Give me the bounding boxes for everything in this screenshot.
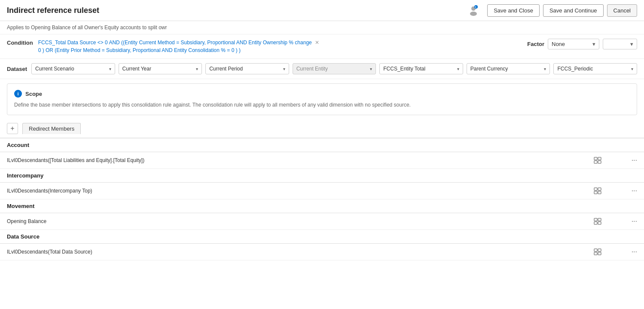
svg-rect-10 bbox=[594, 191, 597, 194]
intercompany-header-label: Intercompany bbox=[0, 169, 575, 183]
dataset-row: Dataset Current Scenario ▾ Current Year … bbox=[0, 59, 644, 79]
svg-text:+: + bbox=[475, 6, 476, 9]
condition-row: Condition FCCS_Total Data Source <> 0 AN… bbox=[0, 34, 644, 59]
factor-dropdown2-chevron: ▾ bbox=[630, 41, 633, 47]
account-value: ILvl0Descendants([Total Liabilities and … bbox=[0, 152, 575, 169]
intercompany-grid-icon bbox=[593, 186, 603, 196]
factor-label: Factor bbox=[527, 41, 544, 47]
datasource-grid-icon bbox=[593, 247, 603, 257]
redirect-section: + Redirect Members bbox=[0, 119, 644, 138]
scope-info-icon: i bbox=[14, 90, 22, 98]
dataset-select-year[interactable]: Current Year ▾ bbox=[119, 63, 202, 74]
svg-rect-13 bbox=[598, 218, 601, 221]
condition-close-icon[interactable]: ✕ bbox=[315, 40, 319, 46]
factor-dropdown1[interactable]: None ▾ bbox=[548, 39, 599, 49]
year-chevron: ▾ bbox=[196, 67, 198, 71]
svg-rect-16 bbox=[594, 249, 597, 251]
scope-section: i Scope Define the base member intersect… bbox=[7, 83, 637, 115]
movement-grid-icon bbox=[593, 217, 603, 226]
add-button[interactable]: + bbox=[7, 123, 18, 134]
page-title: Indirect reference ruleset bbox=[7, 6, 467, 15]
datasource-more-action[interactable]: ··· bbox=[610, 244, 644, 260]
movement-more-action[interactable]: ··· bbox=[610, 213, 644, 230]
description: Applies to Opening Balance of all Owner'… bbox=[0, 21, 644, 34]
header: Indirect reference ruleset + Save and Cl… bbox=[0, 0, 644, 21]
account-grid-icon bbox=[593, 156, 603, 165]
movement-header: Movement bbox=[0, 199, 644, 213]
movement-row: Opening Balance ··· bbox=[0, 213, 644, 230]
intercompany-header: Intercompany bbox=[0, 169, 644, 183]
svg-rect-5 bbox=[598, 157, 601, 160]
svg-rect-8 bbox=[594, 188, 597, 190]
dataset-select-scenario[interactable]: Current Scenario ▾ bbox=[31, 63, 115, 74]
account-grid-action[interactable] bbox=[575, 152, 610, 169]
dataset-select-period[interactable]: Current Period ▾ bbox=[205, 63, 289, 74]
svg-point-1 bbox=[470, 12, 477, 16]
account-more-icon: ··· bbox=[632, 156, 637, 164]
datasource-header: Data Source bbox=[0, 230, 644, 244]
scope-header: i Scope bbox=[14, 90, 630, 98]
intercompany-more-icon: ··· bbox=[632, 187, 637, 194]
movement-more-icon: ··· bbox=[632, 217, 637, 225]
svg-rect-4 bbox=[594, 157, 597, 160]
intercompany-more-action[interactable]: ··· bbox=[610, 183, 644, 199]
account-header-label: Account bbox=[0, 138, 575, 152]
scope-title: Scope bbox=[25, 91, 42, 97]
account-header: Account bbox=[0, 138, 644, 152]
svg-rect-6 bbox=[594, 161, 597, 163]
cancel-button[interactable]: Cancel bbox=[607, 4, 637, 17]
datasource-value: ILvl0Descendants(Total Data Source) bbox=[0, 244, 575, 260]
svg-rect-19 bbox=[598, 252, 601, 255]
add-icon: + bbox=[10, 125, 14, 132]
svg-rect-11 bbox=[598, 191, 601, 194]
svg-rect-12 bbox=[594, 218, 597, 221]
data-table: Account ILvl0Descendants([Total Liabilit… bbox=[0, 138, 644, 260]
user-icon: + bbox=[467, 3, 480, 17]
factor-dropdown1-chevron: ▾ bbox=[592, 41, 595, 47]
svg-rect-15 bbox=[598, 222, 601, 224]
redirect-members-tab[interactable]: Redirect Members bbox=[22, 123, 81, 134]
datasource-row: ILvl0Descendants(Total Data Source) ··· bbox=[0, 244, 644, 260]
svg-rect-18 bbox=[594, 252, 597, 255]
entity-chevron: ▾ bbox=[370, 67, 372, 71]
dataset-select-entity-total[interactable]: FCCS_Entity Total ▾ bbox=[379, 63, 463, 74]
dataset-select-periodic[interactable]: FCCS_Periodic ▾ bbox=[553, 63, 637, 74]
account-more-action[interactable]: ··· bbox=[610, 152, 644, 169]
save-close-button[interactable]: Save and Close bbox=[487, 4, 540, 17]
dataset-select-currency[interactable]: Parent Currency ▾ bbox=[467, 63, 550, 74]
condition-text-line2: 0 ) OR (Entity Prior Method = Subsidiary… bbox=[38, 47, 241, 53]
movement-value: Opening Balance bbox=[0, 213, 575, 230]
condition-label: Condition bbox=[7, 40, 33, 46]
intercompany-row: ILvl0Descendants(Intercompany Top) ··· bbox=[0, 183, 644, 199]
header-actions: + Save and Close Save and Continue Cance… bbox=[467, 3, 637, 17]
svg-rect-7 bbox=[598, 161, 601, 163]
datasource-more-icon: ··· bbox=[632, 248, 637, 255]
datasource-header-label: Data Source bbox=[0, 230, 575, 244]
scenario-chevron: ▾ bbox=[109, 67, 111, 71]
save-continue-button[interactable]: Save and Continue bbox=[543, 4, 604, 17]
intercompany-grid-action[interactable] bbox=[575, 183, 610, 199]
svg-rect-14 bbox=[594, 222, 597, 224]
period-chevron: ▾ bbox=[283, 67, 285, 71]
svg-rect-9 bbox=[598, 188, 601, 190]
condition-text-line1: FCCS_Total Data Source <> 0 AND ((Entity… bbox=[38, 40, 319, 46]
factor-section: Factor None ▾ ▾ bbox=[527, 39, 637, 49]
condition-value: FCCS_Total Data Source <> 0 AND ((Entity… bbox=[38, 39, 522, 54]
movement-header-label: Movement bbox=[0, 199, 575, 213]
dataset-select-entity[interactable]: Current Entity ▾ bbox=[293, 63, 376, 74]
entity-total-chevron: ▾ bbox=[457, 67, 459, 71]
datasource-grid-action[interactable] bbox=[575, 244, 610, 260]
dataset-selects: Current Scenario ▾ Current Year ▾ Curren… bbox=[31, 63, 637, 74]
dataset-label: Dataset bbox=[7, 66, 27, 72]
movement-grid-action[interactable] bbox=[575, 213, 610, 230]
currency-chevron: ▾ bbox=[544, 67, 546, 71]
svg-rect-17 bbox=[598, 249, 601, 251]
intercompany-value: ILvl0Descendants(Intercompany Top) bbox=[0, 183, 575, 199]
scope-description: Define the base member intersections to … bbox=[14, 101, 630, 109]
periodic-chevron: ▾ bbox=[631, 67, 633, 71]
factor-dropdown2[interactable]: ▾ bbox=[603, 39, 637, 49]
account-row: ILvl0Descendants([Total Liabilities and … bbox=[0, 152, 644, 169]
